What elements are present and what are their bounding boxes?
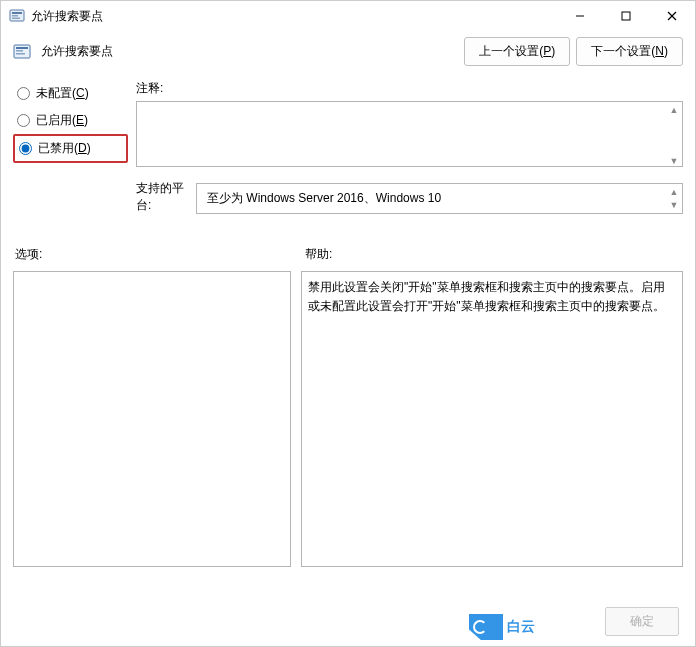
radio-enabled-label[interactable]: 已启用(E) [36,112,88,129]
close-button[interactable] [649,1,695,31]
radio-disabled-label[interactable]: 已禁用(D) [38,140,91,157]
minimize-button[interactable] [557,1,603,31]
help-pane[interactable]: 禁用此设置会关闭"开始"菜单搜索框和搜索主页中的搜索要点。启用或未配置此设置会打… [301,271,683,567]
svg-rect-5 [622,12,630,20]
policy-icon [13,43,31,61]
radio-disabled[interactable]: 已禁用(D) [13,134,128,163]
maximize-button[interactable] [603,1,649,31]
radio-not-configured-label[interactable]: 未配置(C) [36,85,89,102]
supported-on-label: 支持的平台: [136,178,196,218]
previous-setting-button[interactable]: 上一个设置(P) [464,37,570,66]
svg-rect-1 [12,12,22,14]
svg-rect-9 [16,47,28,49]
radio-enabled[interactable]: 已启用(E) [13,107,128,134]
watermark-text: 白云 [507,618,535,636]
svg-rect-11 [16,53,25,55]
supported-on-value: 至少为 Windows Server 2016、Windows 10 [196,183,683,214]
svg-rect-2 [12,15,18,17]
help-label: 帮助: [305,246,332,263]
radio-not-configured[interactable]: 未配置(C) [13,80,128,107]
page-title: 允许搜索要点 [41,43,113,60]
radio-disabled-input[interactable] [19,142,32,155]
comment-textarea[interactable] [136,101,683,167]
ok-button[interactable]: 确定 [605,607,679,636]
radio-enabled-input[interactable] [17,114,30,127]
header-row: 允许搜索要点 上一个设置(P) 下一个设置(N) [1,31,695,78]
comment-label: 注释: [136,78,683,101]
options-pane [13,271,291,567]
window-title: 允许搜索要点 [31,8,103,25]
options-label: 选项: [15,246,305,263]
app-icon [9,8,25,24]
radio-not-configured-input[interactable] [17,87,30,100]
svg-rect-3 [12,18,20,20]
svg-rect-10 [16,50,23,52]
section-labels: 选项: 帮助: [1,218,695,271]
next-setting-button[interactable]: 下一个设置(N) [576,37,683,66]
watermark: 白云 [469,614,535,640]
watermark-logo-icon [469,614,503,640]
titlebar: 允许搜索要点 [1,1,695,31]
state-radio-group: 未配置(C) 已启用(E) 已禁用(D) [13,78,128,218]
